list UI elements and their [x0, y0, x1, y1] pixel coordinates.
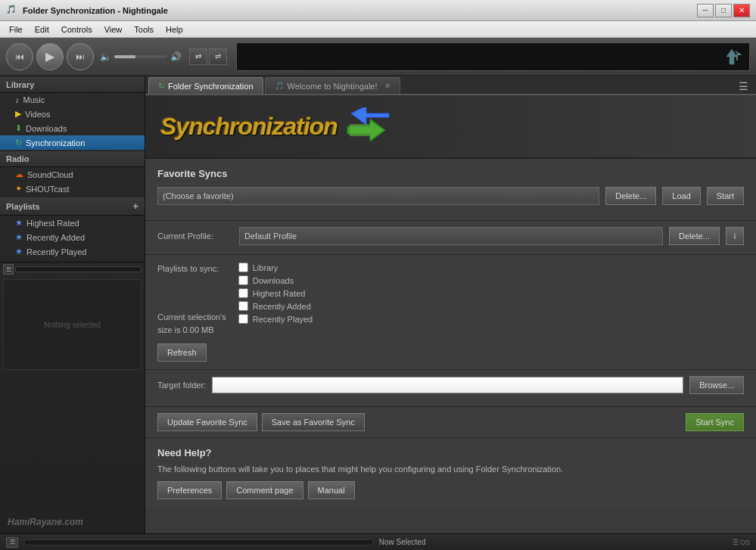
- checkbox-recently-added-input[interactable]: [238, 301, 248, 311]
- tab-folder-sync-label: Folder Synchronization: [168, 82, 254, 91]
- comment-page-button[interactable]: Comment page: [226, 481, 303, 499]
- current-selection-size-line1: Current selection's: [157, 312, 226, 322]
- menu-tools[interactable]: Tools: [128, 23, 160, 36]
- sidebar-item-synchronization[interactable]: ↻ Synchronization: [0, 135, 145, 150]
- tab-welcome[interactable]: 🎵 Welcome to Nightingale! ✕: [265, 77, 400, 94]
- sidebar-item-shoutcast-label: SHOUTcast: [26, 185, 69, 194]
- now-playing-area: [236, 42, 750, 71]
- checkbox-library-input[interactable]: [238, 263, 248, 272]
- play-button[interactable]: ▶: [36, 43, 64, 70]
- sidebar-item-highest-rated[interactable]: ★ Highest Rated: [0, 216, 145, 230]
- current-selection-size-line2: size is 0.00 MB: [157, 325, 214, 334]
- shoutcast-icon: ✦: [15, 184, 22, 194]
- sidebar-item-recently-added[interactable]: ★ Recently Added: [0, 230, 145, 244]
- checkbox-recently-played[interactable]: Recently Played: [238, 314, 744, 324]
- sidebar-scroll-track[interactable]: [15, 266, 142, 272]
- tab-close-welcome[interactable]: ✕: [384, 82, 390, 90]
- menu-view[interactable]: View: [98, 23, 129, 36]
- menu-edit[interactable]: Edit: [29, 23, 55, 36]
- playlists-labels-col: Playlists to sync: Current selection's s…: [157, 263, 226, 336]
- status-scroll-track[interactable]: [24, 539, 373, 545]
- save-favorite-sync-button[interactable]: Save as Favorite Sync: [262, 413, 365, 431]
- sidebar-item-highest-rated-label: Highest Rated: [26, 219, 79, 228]
- watermark: HamiRayane.com: [8, 517, 83, 527]
- playlists-label: Playlists to sync:: [157, 264, 226, 273]
- load-favorite-button[interactable]: Load: [662, 187, 700, 205]
- current-profile-label: Current Profile:: [157, 231, 233, 241]
- tab-menu-icon[interactable]: ☰: [734, 79, 753, 94]
- maximize-button[interactable]: □: [715, 4, 732, 17]
- favorite-syncs-row: (Choose a favorite) Delete... Load Start: [157, 187, 744, 205]
- menu-bar: File Edit Controls View Tools Help: [0, 21, 756, 38]
- update-favorite-sync-button[interactable]: Update Favorite Sync: [157, 413, 257, 431]
- sidebar-item-downloads[interactable]: ⬇ Downloads: [0, 121, 145, 135]
- playlist-checkboxes: Library Downloads Highest Rated Rec: [238, 263, 744, 324]
- target-folder-input[interactable]: [212, 377, 683, 393]
- checkbox-downloads-label: Downloads: [253, 276, 294, 285]
- current-profile-row: Current Profile: Default Profile Delete.…: [157, 227, 744, 245]
- toolbar: ⏮ ▶ ⏭ 🔈 🔊 ⇄ ⇌: [0, 38, 756, 76]
- repeat-button[interactable]: ⇄: [189, 48, 207, 65]
- content-scroll[interactable]: Synchronization Favorite Syncs: [145, 95, 756, 533]
- checkbox-library[interactable]: Library: [238, 263, 744, 272]
- sidebar-item-recently-played[interactable]: ★ Recently Played: [0, 244, 145, 259]
- favorite-sync-dropdown[interactable]: (Choose a favorite): [157, 187, 599, 205]
- delete-favorite-button[interactable]: Delete...: [605, 187, 656, 205]
- checkbox-recently-played-input[interactable]: [238, 314, 248, 324]
- start-favorite-button[interactable]: Start: [707, 187, 744, 205]
- checkbox-downloads[interactable]: Downloads: [238, 275, 744, 285]
- manual-button[interactable]: Manual: [308, 481, 355, 499]
- start-sync-button[interactable]: Start Sync: [686, 413, 744, 431]
- sidebar-item-downloads-label: Downloads: [26, 124, 67, 133]
- sidebar-item-music[interactable]: ♪ Music: [0, 93, 145, 107]
- sidebar: Library ♪ Music ▶ Videos ⬇ Downloads ↻ S…: [0, 76, 145, 533]
- volume-slider[interactable]: [114, 55, 167, 58]
- recently-played-icon: ★: [15, 247, 23, 256]
- radio-header: Radio: [0, 151, 145, 167]
- action-buttons-row: Update Favorite Sync Save as Favorite Sy…: [145, 407, 756, 438]
- sidebar-item-recently-added-label: Recently Added: [26, 233, 85, 242]
- sidebar-item-videos-label: Videos: [25, 110, 50, 119]
- close-button[interactable]: ✕: [733, 4, 750, 17]
- sidebar-item-videos[interactable]: ▶ Videos: [0, 107, 145, 121]
- delete-profile-button[interactable]: Delete...: [669, 227, 720, 245]
- sidebar-item-recently-played-label: Recently Played: [26, 247, 87, 256]
- current-profile-section: Current Profile: Default Profile Delete.…: [145, 221, 756, 255]
- checkbox-highest-rated[interactable]: Highest Rated: [238, 288, 744, 298]
- next-button[interactable]: ⏭: [67, 43, 94, 70]
- sidebar-scroll-controls: ☰: [0, 263, 145, 276]
- target-folder-section: Target folder: Browse...: [145, 370, 756, 407]
- shuffle-button[interactable]: ⇌: [209, 48, 227, 65]
- add-playlist-button[interactable]: +: [132, 200, 138, 212]
- playlists-header-label: Playlists: [6, 202, 40, 211]
- window-title: Folder Synchronization - Nightingale: [23, 6, 697, 15]
- menu-help[interactable]: Help: [160, 23, 189, 36]
- tab-folder-sync[interactable]: ↻ Folder Synchronization: [148, 77, 263, 94]
- browse-button[interactable]: Browse...: [689, 376, 744, 394]
- recently-added-icon: ★: [15, 232, 23, 242]
- sidebar-item-soundcloud-label: SoundCloud: [27, 170, 73, 179]
- playlists-sync-content: Playlists to sync: Current selection's s…: [157, 263, 744, 336]
- tab-welcome-label: Welcome to Nightingale!: [288, 82, 378, 91]
- sidebar-item-soundcloud[interactable]: ☁ SoundCloud: [0, 167, 145, 182]
- sidebar-item-shoutcast[interactable]: ✦ SHOUTcast: [0, 182, 145, 196]
- current-size-label: Current selection's size is 0.00 MB: [157, 311, 226, 336]
- menu-file[interactable]: File: [3, 23, 29, 36]
- menu-controls[interactable]: Controls: [55, 23, 98, 36]
- target-folder-label: Target folder:: [157, 381, 206, 390]
- minimize-button[interactable]: ─: [697, 4, 714, 17]
- current-profile-dropdown[interactable]: Default Profile: [239, 227, 663, 245]
- checkbox-recently-added[interactable]: Recently Added: [238, 301, 744, 311]
- volume-control: 🔈 🔊: [100, 51, 182, 62]
- preferences-button[interactable]: Preferences: [157, 481, 222, 499]
- checkbox-highest-rated-input[interactable]: [238, 288, 248, 298]
- sidebar-item-music-label: Music: [23, 95, 45, 104]
- info-button[interactable]: i: [726, 227, 744, 245]
- videos-icon: ▶: [15, 109, 21, 119]
- status-menu-button[interactable]: ☰: [6, 537, 18, 548]
- help-text: The following buttons will take you to p…: [157, 465, 744, 474]
- refresh-button[interactable]: Refresh: [157, 343, 207, 362]
- prev-button[interactable]: ⏮: [6, 43, 33, 70]
- checkbox-downloads-input[interactable]: [238, 275, 248, 285]
- sidebar-scroll-left[interactable]: ☰: [3, 264, 14, 275]
